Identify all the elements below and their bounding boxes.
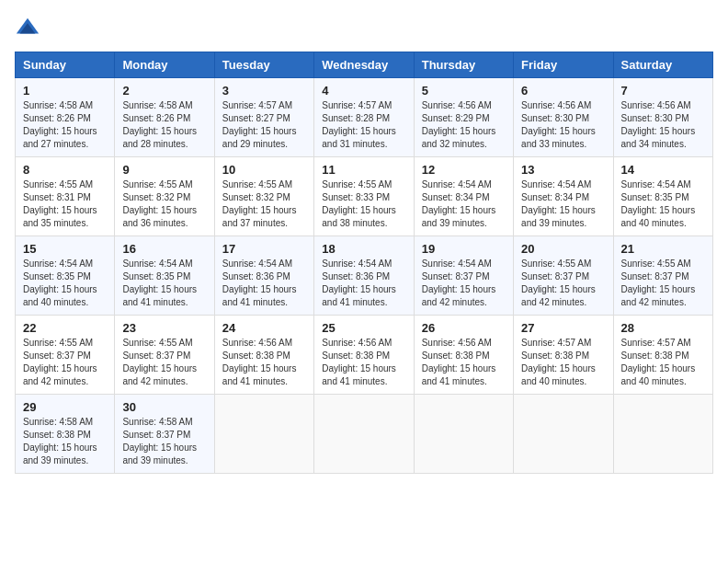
calendar-day-cell: 25 Sunrise: 4:56 AM Sunset: 8:38 PM Dayl… [314, 316, 414, 395]
calendar-day-cell: 13 Sunrise: 4:54 AM Sunset: 8:34 PM Dayl… [514, 157, 613, 236]
day-info: Sunrise: 4:55 AM Sunset: 8:32 PM Dayligh… [222, 178, 306, 230]
day-info: Sunrise: 4:57 AM Sunset: 8:27 PM Dayligh… [222, 99, 306, 151]
day-info: Sunrise: 4:56 AM Sunset: 8:30 PM Dayligh… [521, 99, 605, 151]
calendar-day-cell: 15 Sunrise: 4:54 AM Sunset: 8:35 PM Dayl… [16, 236, 115, 316]
day-number: 4 [322, 84, 405, 98]
day-info: Sunrise: 4:55 AM Sunset: 8:31 PM Dayligh… [23, 178, 107, 230]
day-of-week-header: Thursday [414, 52, 513, 78]
day-number: 11 [322, 163, 405, 177]
calendar-day-cell: 26 Sunrise: 4:56 AM Sunset: 8:38 PM Dayl… [414, 316, 513, 395]
calendar-day-cell: 12 Sunrise: 4:54 AM Sunset: 8:34 PM Dayl… [414, 157, 513, 236]
day-info: Sunrise: 4:58 AM Sunset: 8:26 PM Dayligh… [23, 99, 107, 151]
calendar-day-cell: 7 Sunrise: 4:56 AM Sunset: 8:30 PM Dayli… [613, 78, 712, 157]
day-info: Sunrise: 4:57 AM Sunset: 8:38 PM Dayligh… [521, 337, 605, 388]
day-number: 30 [122, 400, 206, 414]
day-info: Sunrise: 4:55 AM Sunset: 8:37 PM Dayligh… [122, 337, 206, 388]
day-info: Sunrise: 4:55 AM Sunset: 8:32 PM Dayligh… [122, 178, 206, 230]
calendar-day-cell: 8 Sunrise: 4:55 AM Sunset: 8:31 PM Dayli… [16, 157, 115, 236]
day-info: Sunrise: 4:55 AM Sunset: 8:33 PM Dayligh… [322, 178, 405, 230]
day-info: Sunrise: 4:54 AM Sunset: 8:34 PM Dayligh… [422, 178, 506, 230]
calendar-week-row: 1 Sunrise: 4:58 AM Sunset: 8:26 PM Dayli… [16, 78, 713, 157]
day-of-week-header: Wednesday [314, 52, 414, 78]
calendar-day-cell [214, 395, 313, 474]
logo [15, 15, 44, 40]
day-number: 27 [521, 321, 605, 335]
day-info: Sunrise: 4:54 AM Sunset: 8:35 PM Dayligh… [122, 258, 206, 309]
day-number: 24 [222, 321, 306, 335]
calendar-day-cell: 5 Sunrise: 4:56 AM Sunset: 8:29 PM Dayli… [414, 78, 513, 157]
day-info: Sunrise: 4:54 AM Sunset: 8:36 PM Dayligh… [222, 258, 306, 309]
day-info: Sunrise: 4:57 AM Sunset: 8:38 PM Dayligh… [621, 337, 705, 388]
day-info: Sunrise: 4:56 AM Sunset: 8:30 PM Dayligh… [621, 99, 705, 151]
day-number: 3 [222, 84, 306, 98]
day-number: 14 [621, 163, 705, 177]
day-info: Sunrise: 4:54 AM Sunset: 8:36 PM Dayligh… [322, 258, 405, 309]
calendar-week-row: 29 Sunrise: 4:58 AM Sunset: 8:38 PM Dayl… [16, 395, 713, 474]
day-number: 29 [23, 400, 107, 414]
calendar-week-row: 22 Sunrise: 4:55 AM Sunset: 8:37 PM Dayl… [16, 316, 713, 395]
calendar-day-cell [613, 395, 712, 474]
days-of-week-row: SundayMondayTuesdayWednesdayThursdayFrid… [16, 52, 713, 78]
day-number: 10 [222, 163, 306, 177]
day-number: 5 [422, 84, 506, 98]
day-info: Sunrise: 4:54 AM Sunset: 8:34 PM Dayligh… [521, 178, 605, 230]
calendar-day-cell: 14 Sunrise: 4:54 AM Sunset: 8:35 PM Dayl… [613, 157, 712, 236]
calendar-table: SundayMondayTuesdayWednesdayThursdayFrid… [15, 52, 713, 474]
calendar-day-cell: 23 Sunrise: 4:55 AM Sunset: 8:37 PM Dayl… [115, 316, 214, 395]
calendar-day-cell: 6 Sunrise: 4:56 AM Sunset: 8:30 PM Dayli… [514, 78, 613, 157]
calendar-week-row: 8 Sunrise: 4:55 AM Sunset: 8:31 PM Dayli… [16, 157, 713, 236]
day-info: Sunrise: 4:58 AM Sunset: 8:38 PM Dayligh… [23, 416, 107, 467]
day-info: Sunrise: 4:55 AM Sunset: 8:37 PM Dayligh… [521, 258, 605, 309]
day-number: 9 [122, 163, 206, 177]
day-number: 19 [422, 242, 506, 256]
day-info: Sunrise: 4:55 AM Sunset: 8:37 PM Dayligh… [23, 337, 107, 388]
calendar-day-cell: 29 Sunrise: 4:58 AM Sunset: 8:38 PM Dayl… [16, 395, 115, 474]
calendar-day-cell: 10 Sunrise: 4:55 AM Sunset: 8:32 PM Dayl… [214, 157, 313, 236]
day-info: Sunrise: 4:57 AM Sunset: 8:28 PM Dayligh… [322, 99, 405, 151]
logo-icon [15, 15, 40, 40]
day-number: 21 [621, 242, 705, 256]
calendar-day-cell: 16 Sunrise: 4:54 AM Sunset: 8:35 PM Dayl… [115, 236, 214, 316]
day-number: 26 [422, 321, 506, 335]
day-number: 8 [23, 163, 107, 177]
day-number: 28 [621, 321, 705, 335]
day-info: Sunrise: 4:54 AM Sunset: 8:35 PM Dayligh… [621, 178, 705, 230]
day-number: 17 [222, 242, 306, 256]
calendar-day-cell: 21 Sunrise: 4:55 AM Sunset: 8:37 PM Dayl… [613, 236, 712, 316]
calendar-day-cell: 3 Sunrise: 4:57 AM Sunset: 8:27 PM Dayli… [214, 78, 313, 157]
calendar-day-cell: 18 Sunrise: 4:54 AM Sunset: 8:36 PM Dayl… [314, 236, 414, 316]
day-info: Sunrise: 4:56 AM Sunset: 8:38 PM Dayligh… [222, 337, 306, 388]
day-info: Sunrise: 4:55 AM Sunset: 8:37 PM Dayligh… [621, 258, 705, 309]
day-of-week-header: Tuesday [214, 52, 313, 78]
calendar-day-cell: 9 Sunrise: 4:55 AM Sunset: 8:32 PM Dayli… [115, 157, 214, 236]
day-number: 12 [422, 163, 506, 177]
calendar-day-cell: 28 Sunrise: 4:57 AM Sunset: 8:38 PM Dayl… [613, 316, 712, 395]
calendar-day-cell: 24 Sunrise: 4:56 AM Sunset: 8:38 PM Dayl… [214, 316, 313, 395]
calendar-day-cell: 4 Sunrise: 4:57 AM Sunset: 8:28 PM Dayli… [314, 78, 414, 157]
day-number: 7 [621, 84, 705, 98]
day-number: 13 [521, 163, 605, 177]
day-of-week-header: Friday [514, 52, 613, 78]
day-number: 23 [122, 321, 206, 335]
calendar-day-cell: 1 Sunrise: 4:58 AM Sunset: 8:26 PM Dayli… [16, 78, 115, 157]
calendar-day-cell [514, 395, 613, 474]
day-of-week-header: Saturday [613, 52, 712, 78]
day-number: 25 [322, 321, 405, 335]
day-number: 22 [23, 321, 107, 335]
calendar-body: 1 Sunrise: 4:58 AM Sunset: 8:26 PM Dayli… [16, 78, 713, 474]
day-info: Sunrise: 4:56 AM Sunset: 8:38 PM Dayligh… [422, 337, 506, 388]
day-number: 2 [122, 84, 206, 98]
calendar-day-cell: 17 Sunrise: 4:54 AM Sunset: 8:36 PM Dayl… [214, 236, 313, 316]
page-header [15, 15, 713, 40]
calendar-day-cell [314, 395, 414, 474]
day-info: Sunrise: 4:58 AM Sunset: 8:37 PM Dayligh… [122, 416, 206, 467]
calendar-week-row: 15 Sunrise: 4:54 AM Sunset: 8:35 PM Dayl… [16, 236, 713, 316]
day-number: 6 [521, 84, 605, 98]
day-of-week-header: Monday [115, 52, 214, 78]
calendar-day-cell: 22 Sunrise: 4:55 AM Sunset: 8:37 PM Dayl… [16, 316, 115, 395]
day-number: 16 [122, 242, 206, 256]
day-info: Sunrise: 4:56 AM Sunset: 8:38 PM Dayligh… [322, 337, 405, 388]
calendar-day-cell: 19 Sunrise: 4:54 AM Sunset: 8:37 PM Dayl… [414, 236, 513, 316]
day-info: Sunrise: 4:58 AM Sunset: 8:26 PM Dayligh… [122, 99, 206, 151]
day-of-week-header: Sunday [16, 52, 115, 78]
